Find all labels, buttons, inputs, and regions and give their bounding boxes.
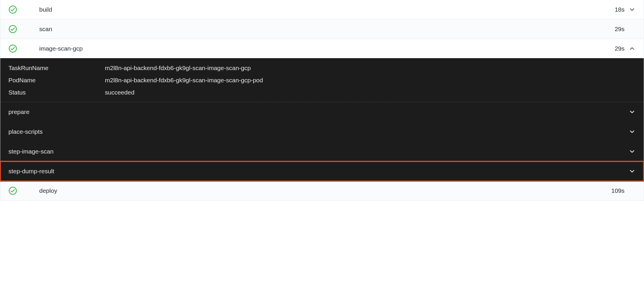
step-row-step-image-scan[interactable]: step-image-scan xyxy=(0,142,644,161)
task-row-deploy[interactable]: deploy 109s xyxy=(0,181,644,201)
step-name: step-dump-result xyxy=(8,168,629,175)
task-duration: 109s xyxy=(611,187,625,194)
task-name: deploy xyxy=(39,187,611,194)
chevron-placeholder xyxy=(629,187,636,194)
task-row-image-scan-gcp[interactable]: image-scan-gcp 29s xyxy=(0,39,644,58)
meta-label: Status xyxy=(8,89,105,96)
success-icon xyxy=(8,186,17,195)
meta-value: m2l8n-api-backend-fdxb6-gk9gl-scan-image… xyxy=(105,77,263,84)
step-row-place-scripts[interactable]: place-scripts xyxy=(0,122,644,142)
meta-value: m2l8n-api-backend-fdxb6-gk9gl-scan-image… xyxy=(105,65,251,72)
chevron-down-icon xyxy=(629,108,636,115)
chevron-placeholder xyxy=(629,26,636,33)
task-meta: TaskRunName m2l8n-api-backend-fdxb6-gk9g… xyxy=(0,58,644,102)
chevron-up-icon xyxy=(629,45,636,52)
task-name: image-scan-gcp xyxy=(39,45,615,52)
task-row-scan[interactable]: scan 29s xyxy=(0,19,644,39)
task-name: build xyxy=(39,6,615,13)
chevron-down-icon xyxy=(629,168,636,175)
step-name: place-scripts xyxy=(8,128,629,135)
success-icon xyxy=(8,25,17,33)
chevron-down-icon xyxy=(629,128,636,135)
meta-label: PodName xyxy=(8,77,105,84)
task-detail-panel: TaskRunName m2l8n-api-backend-fdxb6-gk9g… xyxy=(0,58,644,181)
task-row-build[interactable]: build 18s xyxy=(0,0,644,19)
task-duration: 29s xyxy=(615,26,625,33)
meta-value: succeeded xyxy=(105,89,135,96)
step-name: step-image-scan xyxy=(8,148,629,155)
task-duration: 18s xyxy=(615,6,625,13)
task-duration: 29s xyxy=(615,45,625,52)
step-row-step-dump-result[interactable]: step-dump-result xyxy=(0,161,644,181)
meta-row-podname: PodName m2l8n-api-backend-fdxb6-gk9gl-sc… xyxy=(8,77,636,84)
success-icon xyxy=(8,44,17,53)
pipeline-task-list: build 18s scan 29s image-scan-gcp 29s xyxy=(0,0,644,201)
success-icon xyxy=(8,5,17,14)
step-row-prepare[interactable]: prepare xyxy=(0,102,644,122)
chevron-down-icon xyxy=(629,148,636,155)
task-name: scan xyxy=(39,26,615,33)
chevron-down-icon xyxy=(629,6,636,13)
meta-row-status: Status succeeded xyxy=(8,89,636,96)
step-name: prepare xyxy=(8,108,629,115)
meta-row-taskrunname: TaskRunName m2l8n-api-backend-fdxb6-gk9g… xyxy=(8,65,636,72)
meta-label: TaskRunName xyxy=(8,65,105,72)
